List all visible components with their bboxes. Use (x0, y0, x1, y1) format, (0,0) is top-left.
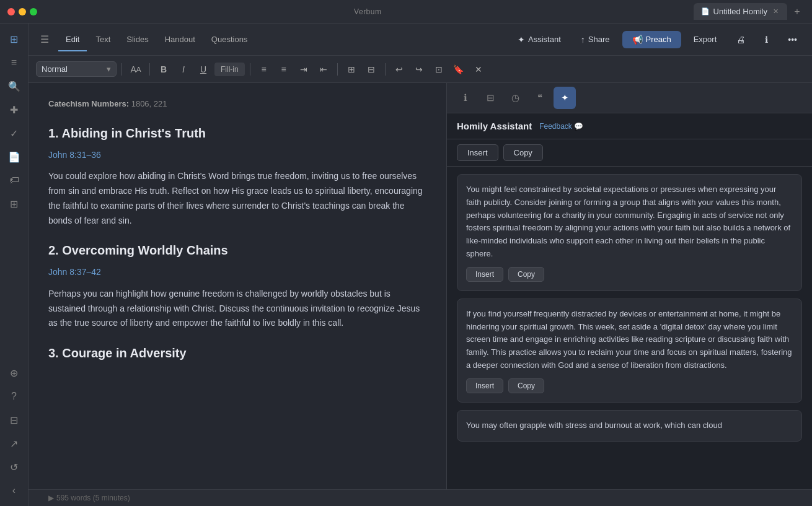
ordered-list-button[interactable]: ≡ (275, 61, 293, 78)
close-window-button[interactable] (7, 8, 15, 15)
sidebar-icon-document[interactable]: 📄 (4, 146, 25, 167)
suggestion-actions-1: Insert Copy (466, 267, 793, 282)
top-copy-button[interactable]: Copy (503, 144, 543, 161)
assist-tab-layout[interactable]: ⊟ (479, 87, 501, 109)
tab-questions[interactable]: Questions (204, 32, 255, 47)
outdent-button[interactable]: ⇤ (315, 61, 332, 78)
assistant-button[interactable]: ✦ Assistant (510, 32, 568, 48)
divider-2 (149, 63, 150, 76)
tab-text[interactable]: Text (88, 32, 118, 47)
scripture-ref-2[interactable]: John 8:37–42 (48, 265, 426, 279)
tab-edit[interactable]: Edit (58, 32, 87, 47)
body-text-1: You could explore how abiding in Christ'… (48, 169, 426, 228)
assistant-label: Assistant (528, 35, 561, 44)
tab-close-button[interactable]: ✕ (771, 7, 780, 16)
main-toolbar: ☰ Edit Text Slides Handout Questions ✦ A… (29, 24, 812, 56)
editor-wrapper: Catechism Numbers: 1806, 221 1. Abiding … (29, 83, 812, 489)
title-bar: Verbum 📄 Untitled Homily ✕ + (0, 0, 812, 24)
undo-button[interactable]: ↩ (391, 61, 408, 78)
feedback-link[interactable]: Feedback 💬 (539, 122, 583, 131)
suggestion-2-copy-button[interactable]: Copy (508, 378, 544, 393)
assistant-title: Homily Assistant (457, 121, 532, 131)
sidebar-icon-grid[interactable]: ⊞ (4, 28, 25, 50)
bold-button[interactable]: B (155, 61, 172, 78)
sidebar-icon-tasks[interactable]: ✓ (4, 123, 25, 144)
traffic-lights (7, 8, 37, 15)
sidebar-icon-add-circle[interactable]: ⊕ (4, 362, 25, 383)
assistant-toolbar: ℹ ⊟ ◷ ❝ ✦ (447, 83, 812, 113)
divider-3 (250, 63, 250, 76)
minimize-window-button[interactable] (19, 8, 26, 15)
scripture-ref-1[interactable]: John 8:31–36 (48, 148, 426, 162)
maximize-window-button[interactable] (30, 8, 37, 15)
more-options-button[interactable]: ••• (780, 32, 805, 48)
tab-slides[interactable]: Slides (119, 32, 156, 47)
hamburger-menu-button[interactable]: ☰ (36, 31, 53, 48)
document-tab[interactable]: 📄 Untitled Homily ✕ (694, 3, 787, 20)
export-button[interactable]: Export (686, 32, 725, 47)
divider-4 (337, 63, 338, 76)
insert-table-button[interactable]: ⊞ (343, 61, 360, 78)
suggestion-card-1: You might feel constrained by societal e… (457, 174, 802, 291)
bullet-list-button[interactable]: ≡ (255, 61, 273, 78)
assist-tab-info[interactable]: ℹ (454, 87, 477, 109)
tab-document-icon: 📄 (701, 7, 710, 15)
sidebar-icon-collapse[interactable]: ‹ (4, 480, 25, 501)
partial-suggestion-card: You may often grapple with stress and bu… (457, 410, 802, 442)
catechism-line: Catechism Numbers: 1806, 221 (48, 98, 426, 111)
indent-button[interactable]: ⇥ (295, 61, 312, 78)
feedback-label: Feedback (539, 122, 572, 131)
assistant-icon: ✦ (518, 35, 525, 45)
section-heading-3: 3. Courage in Adversity (48, 343, 426, 363)
share-label: Share (588, 35, 610, 44)
preach-button[interactable]: 📢 Preach (622, 31, 681, 48)
suggestion-card-2: If you find yourself frequently distract… (457, 299, 802, 403)
section-heading-2: 2. Overcoming Worldly Chains (48, 240, 426, 260)
format-toolbar: Normal ▾ AA B I U Fill-in ≡ ≡ ⇥ ⇤ ⊞ ⊟ ↩ … (29, 56, 812, 83)
export-label: Export (694, 35, 717, 44)
suggestion-1-insert-button[interactable]: Insert (466, 267, 503, 282)
redo-button[interactable]: ↪ (410, 61, 428, 78)
new-tab-button[interactable]: + (790, 4, 805, 19)
tab-handout[interactable]: Handout (157, 32, 203, 47)
sidebar-icon-export-link[interactable]: ↗ (4, 433, 25, 454)
document-editor[interactable]: Catechism Numbers: 1806, 221 1. Abiding … (29, 83, 446, 489)
word-count: 595 words (5 minutes) (56, 494, 130, 502)
style-label: Normal (42, 64, 68, 74)
app-title: Verbum (47, 7, 689, 16)
sidebar-icon-tag[interactable]: 🏷 (4, 170, 25, 191)
share-button[interactable]: ↑ Share (573, 32, 617, 48)
sidebar-icon-library[interactable]: ≡ (4, 52, 25, 73)
assist-tab-quote[interactable]: ❝ (529, 87, 551, 109)
arrow-icon: ▶ (48, 494, 54, 502)
share-icon: ↑ (581, 35, 585, 45)
italic-button[interactable]: I (175, 61, 192, 78)
font-size-button[interactable]: AA (127, 61, 144, 78)
insert-special-button[interactable]: ⊟ (363, 61, 380, 78)
info-button[interactable]: ℹ (757, 32, 775, 48)
suggestion-1-copy-button[interactable]: Copy (508, 267, 544, 282)
sidebar-icon-modules[interactable]: ⊞ (4, 193, 25, 214)
sidebar-icon-layout[interactable]: ⊟ (4, 409, 25, 430)
assist-tab-history[interactable]: ◷ (504, 87, 526, 109)
sidebar-icon-add[interactable]: ✚ (4, 99, 25, 120)
sidebar-icon-help[interactable]: ? (4, 386, 25, 407)
assistant-panel: ℹ ⊟ ◷ ❝ ✦ Homily Assistant Feedback 💬 (446, 83, 812, 489)
expand-button[interactable]: ⊡ (430, 61, 448, 78)
fill-in-button[interactable]: Fill-in (214, 63, 245, 76)
divider-1 (121, 63, 122, 76)
assist-tab-ai[interactable]: ✦ (554, 87, 576, 109)
sidebar-icon-refresh[interactable]: ↺ (4, 456, 25, 478)
divider-5 (385, 63, 386, 76)
suggestion-2-insert-button[interactable]: Insert (466, 378, 503, 393)
sidebar-icon-search[interactable]: 🔍 (4, 76, 25, 97)
feedback-icon: 💬 (574, 122, 583, 131)
top-insert-button[interactable]: Insert (457, 144, 498, 161)
style-selector[interactable]: Normal ▾ (36, 61, 117, 77)
word-count-bar: ▶ 595 words (5 minutes) (29, 489, 812, 506)
print-button[interactable]: 🖨 (729, 32, 752, 48)
bookmark-button[interactable]: 🔖 (450, 61, 467, 78)
clear-format-button[interactable]: ✕ (470, 61, 487, 78)
underline-button[interactable]: U (195, 61, 212, 78)
section-heading-1: 1. Abiding in Christ's Truth (48, 123, 426, 143)
